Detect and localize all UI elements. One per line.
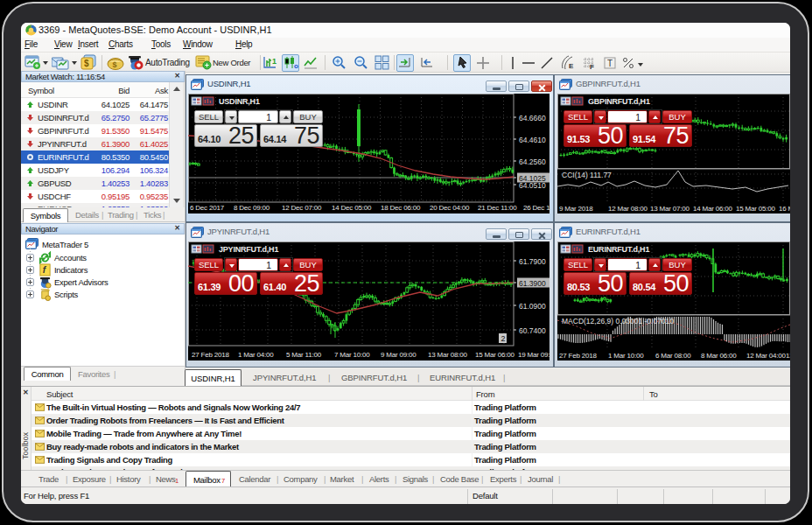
- svg-text:EURINRFUT.d,H1: EURINRFUT.d,H1: [588, 245, 649, 254]
- svg-text:27 Feb 2018: 27 Feb 2018: [559, 352, 597, 360]
- svg-text:64.4610: 64.4610: [519, 136, 546, 144]
- svg-text:64.6660: 64.6660: [519, 114, 546, 122]
- svg-text:E: E: [569, 62, 574, 70]
- svg-text:12 Dec 07:00: 12 Dec 07:00: [282, 204, 322, 212]
- svg-text:20 Dec 04:00: 20 Dec 04:00: [430, 204, 470, 212]
- svg-text:64.2560: 64.2560: [519, 158, 546, 166]
- svg-text:1: 1: [272, 57, 276, 66]
- svg-text:1 Mar 10:00: 1 Mar 10:00: [608, 352, 644, 360]
- svg-text:61.3900: 61.3900: [519, 279, 546, 288]
- svg-text:F: F: [590, 63, 594, 70]
- svg-text:13 M: 13 M: [786, 352, 790, 360]
- svg-text:$: $: [84, 59, 89, 68]
- svg-text:61.7900: 61.7900: [519, 257, 546, 266]
- svg-text:15 Mar 06:00: 15 Mar 06:00: [475, 351, 514, 359]
- svg-text:5 Mar 11:00: 5 Mar 11:00: [286, 351, 322, 359]
- svg-text:15 Mar 05:00: 15 Mar 05:00: [736, 205, 775, 213]
- svg-text:GBPINRFUT.d,H1: GBPINRFUT.d,H1: [588, 97, 650, 106]
- svg-text:16 M: 16 M: [779, 205, 790, 213]
- svg-text:CCI(14) 111.77: CCI(14) 111.77: [562, 171, 612, 179]
- svg-text:JPYINRFUT.d,H1: JPYINRFUT.d,H1: [219, 245, 278, 254]
- svg-text:14 Mar 06:00: 14 Mar 06:00: [693, 205, 732, 213]
- svg-text:o: o: [294, 62, 298, 70]
- svg-text:9 Mar 09:00: 9 Mar 09:00: [381, 351, 416, 359]
- svg-text:27 Feb 2018: 27 Feb 2018: [192, 351, 229, 359]
- svg-text:61.0900: 61.0900: [519, 302, 546, 311]
- svg-text:USDINR,H1: USDINR,H1: [219, 97, 260, 106]
- svg-text:6 Dec 2017: 6 Dec 2017: [190, 204, 225, 212]
- svg-text:6 Mar 08:00: 6 Mar 08:00: [655, 352, 691, 360]
- svg-text:13 Mar 08:00: 13 Mar 08:00: [428, 351, 467, 359]
- svg-text:60.7400: 60.7400: [519, 326, 546, 335]
- svg-text:MACD(12,26,9) 0.03001 -0.07010: MACD(12,26,9) 0.03001 -0.07010: [562, 317, 674, 326]
- svg-text:7 Mar 10:00: 7 Mar 10:00: [334, 351, 370, 359]
- svg-text:21 Dec 11:00: 21 Dec 11:00: [478, 204, 517, 212]
- svg-text:12 Mar 04:00: 12 Mar 04:00: [746, 352, 786, 360]
- svg-text:12 Mar 08:00: 12 Mar 08:00: [608, 205, 648, 213]
- svg-text:64.0510: 64.0510: [519, 181, 546, 190]
- svg-text:9 Mar 2018: 9 Mar 2018: [559, 205, 593, 213]
- svg-text:8 Dec 09:00: 8 Dec 09:00: [234, 204, 270, 212]
- svg-text:8 Mar 06:00: 8 Mar 06:00: [701, 352, 737, 360]
- svg-text:19 Mar 09:00: 19 Mar 09:00: [518, 351, 550, 359]
- svg-text:2: 2: [501, 334, 506, 343]
- svg-text:13 Mar 07:00: 13 Mar 07:00: [650, 205, 690, 213]
- svg-text:T: T: [607, 59, 612, 68]
- svg-text:26 Dec 10:00: 26 Dec 10:00: [523, 204, 550, 212]
- svg-text:18 Dec 06:00: 18 Dec 06:00: [381, 204, 421, 212]
- svg-text:14 Dec 05:00: 14 Dec 05:00: [332, 204, 372, 212]
- svg-text:$: $: [113, 60, 117, 69]
- svg-text:1 Mar 04:00: 1 Mar 04:00: [238, 351, 274, 359]
